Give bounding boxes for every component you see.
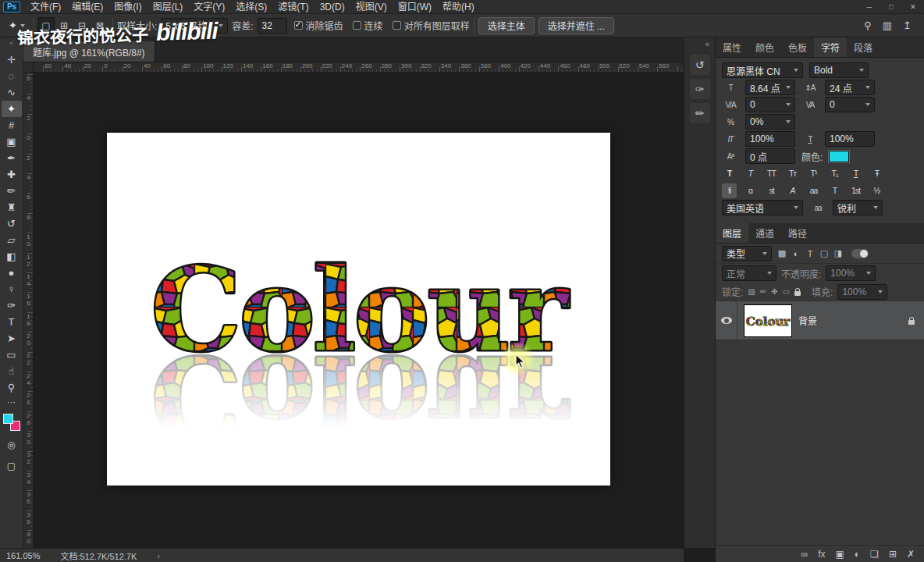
history-panel-icon[interactable]: ↺ bbox=[690, 55, 710, 75]
add-to-selection-mode-button[interactable]: ⊞ bbox=[55, 17, 73, 34]
eraser-tool[interactable]: ▱ bbox=[2, 232, 22, 248]
pen-tool[interactable]: ✑ bbox=[2, 297, 22, 314]
brush-settings-panel-icon[interactable]: ✑ bbox=[690, 79, 710, 99]
document-tab[interactable]: 题库.jpg @ 161%(RGB/8#) bbox=[23, 41, 155, 62]
menu-view[interactable]: 视图(V) bbox=[350, 0, 393, 14]
zoom-level-field[interactable]: 161.05% bbox=[6, 551, 40, 560]
menu-filter[interactable]: 滤镜(T) bbox=[272, 0, 314, 14]
sample-all-layers-checkbox[interactable]: 对所有图层取样 bbox=[393, 19, 470, 32]
blend-mode-select[interactable]: 正常 bbox=[722, 265, 777, 281]
quick-mask-button[interactable]: ◎ bbox=[2, 436, 22, 453]
tab-swatches[interactable]: 色板 bbox=[781, 37, 814, 57]
ruler-origin-corner[interactable] bbox=[23, 62, 34, 73]
contiguous-checkbox[interactable]: 连续 bbox=[353, 19, 383, 32]
proportional-spacing-select[interactable]: 0% bbox=[745, 114, 795, 130]
tab-paragraph[interactable]: 段落 bbox=[847, 37, 880, 57]
tab-character[interactable]: 字符 bbox=[814, 37, 847, 57]
font-style-select[interactable]: Bold bbox=[809, 62, 869, 78]
tracking-select[interactable]: 0 bbox=[825, 97, 875, 112]
lasso-tool[interactable]: ∿ bbox=[2, 84, 22, 101]
menu-image[interactable]: 图像(I) bbox=[108, 0, 147, 14]
dodge-tool[interactable]: ♀ bbox=[2, 281, 22, 297]
vertical-ruler[interactable]: 6420246810121416182022242628303234363840 bbox=[23, 73, 34, 548]
hand-tool[interactable]: ☝ bbox=[2, 363, 22, 379]
language-select[interactable]: 美国英语 bbox=[722, 200, 803, 215]
history-brush-tool[interactable]: ↺ bbox=[2, 215, 22, 232]
baseline-shift-input[interactable]: 0 点 bbox=[745, 148, 795, 164]
brush-panel-icon[interactable]: ✏ bbox=[690, 103, 710, 123]
layer-filter-toggle[interactable] bbox=[851, 249, 869, 258]
marquee-tool[interactable]: ◌ bbox=[2, 68, 22, 84]
layer-thumbnail[interactable]: Colour bbox=[745, 305, 791, 336]
faux-bold-button[interactable]: T bbox=[722, 166, 737, 181]
new-selection-mode-button[interactable]: ▢ bbox=[37, 17, 55, 34]
tab-properties[interactable]: 属性 bbox=[716, 37, 748, 57]
eyedropper-tool[interactable]: ✒ bbox=[2, 150, 22, 166]
lock-all-icon[interactable] bbox=[794, 291, 801, 296]
tab-paths[interactable]: 路径 bbox=[781, 223, 814, 243]
lock-artboard-icon[interactable]: ▭ bbox=[783, 287, 790, 296]
font-size-select[interactable]: 8.64 点 bbox=[745, 80, 795, 95]
edit-toolbar-button[interactable]: ⋯ bbox=[7, 397, 16, 407]
small-caps-button[interactable]: Tᴛ bbox=[785, 166, 800, 181]
frame-tool[interactable]: ▣ bbox=[2, 133, 22, 150]
tab-channels[interactable]: 通道 bbox=[748, 223, 781, 243]
clone-stamp-tool[interactable]: ♜ bbox=[2, 199, 22, 215]
tab-layers[interactable]: 图层 bbox=[716, 223, 748, 243]
screen-mode-button[interactable]: ▢ bbox=[2, 457, 22, 474]
underline-button[interactable]: T bbox=[848, 166, 863, 181]
superscript-button[interactable]: T¹ bbox=[806, 166, 821, 181]
filter-adjustment-layers-icon[interactable]: ◐ bbox=[789, 247, 803, 261]
anti-alias-checkbox[interactable]: 消除锯齿 bbox=[294, 19, 343, 32]
gradient-tool[interactable]: ◧ bbox=[2, 248, 22, 265]
layer-locked-icon[interactable] bbox=[908, 320, 915, 325]
stylistic-alternates-button[interactable]: aa bbox=[806, 183, 821, 198]
new-group-button[interactable]: ❏ bbox=[870, 549, 879, 560]
workspace-switcher-icon[interactable]: ▥ bbox=[883, 20, 892, 31]
link-layers-button[interactable]: ∞ bbox=[801, 549, 808, 560]
menu-help[interactable]: 帮助(H) bbox=[437, 0, 480, 14]
tolerance-input[interactable]: 32 bbox=[258, 18, 287, 34]
lock-transparency-icon[interactable]: ▨ bbox=[748, 287, 755, 296]
foreground-color-swatch[interactable] bbox=[3, 414, 13, 424]
menu-file[interactable]: 文件(F) bbox=[25, 0, 66, 14]
healing-brush-tool[interactable]: ✚ bbox=[2, 166, 22, 183]
layer-style-button[interactable]: fx bbox=[818, 549, 825, 560]
menu-edit[interactable]: 编辑(E) bbox=[66, 0, 108, 14]
status-options-chevron[interactable]: › bbox=[157, 551, 160, 560]
layer-row-background[interactable]: Colour 背景 bbox=[716, 301, 924, 340]
add-layer-mask-button[interactable]: ▣ bbox=[836, 549, 844, 560]
swash-button[interactable]: A bbox=[785, 183, 800, 198]
discretionary-ligatures-button[interactable]: st bbox=[764, 183, 779, 198]
strikethrough-button[interactable]: Ŧ bbox=[869, 166, 884, 181]
intersect-selection-mode-button[interactable]: ⊠ bbox=[91, 17, 108, 34]
horizontal-scale-input[interactable]: 100% bbox=[825, 131, 875, 147]
select-and-mask-button[interactable]: 选择并遮住 ... bbox=[538, 17, 614, 34]
close-button[interactable]: ✕ bbox=[902, 0, 924, 13]
font-family-select[interactable]: 思源黑体 CN bbox=[722, 62, 803, 78]
toolbar-collapse-button[interactable]: » bbox=[9, 39, 12, 48]
horizontal-ruler[interactable]: 6040200204060801001201401601802002202402… bbox=[34, 62, 684, 73]
zoom-tool[interactable]: ⚲ bbox=[2, 379, 22, 396]
type-tool[interactable]: T bbox=[2, 314, 22, 330]
tab-color[interactable]: 颜色 bbox=[748, 37, 781, 57]
new-layer-button[interactable]: ⊞ bbox=[889, 549, 897, 560]
subscript-button[interactable]: T₁ bbox=[827, 166, 842, 181]
layers-empty-area[interactable] bbox=[716, 340, 924, 545]
leading-select[interactable]: 24 点 bbox=[825, 80, 875, 95]
vertical-scale-input[interactable]: 100% bbox=[745, 131, 795, 147]
all-caps-button[interactable]: TT bbox=[764, 166, 779, 181]
standard-ligatures-button[interactable]: fi bbox=[722, 183, 737, 198]
fractions-button[interactable]: ½ bbox=[869, 183, 884, 198]
contextual-alternates-button[interactable]: ɑ bbox=[743, 183, 758, 198]
document-canvas[interactable]: Colour Colour bbox=[107, 133, 610, 486]
crop-tool[interactable]: # bbox=[2, 117, 22, 133]
titling-alternates-button[interactable]: T bbox=[827, 183, 842, 198]
expand-panels-button[interactable]: « bbox=[684, 37, 715, 51]
menu-type[interactable]: 文字(Y) bbox=[188, 0, 230, 14]
rectangle-tool[interactable]: ▭ bbox=[2, 347, 22, 363]
canvas-area[interactable]: Colour Colour bbox=[34, 73, 684, 548]
blur-tool[interactable]: ● bbox=[2, 265, 22, 281]
magic-wand-tool[interactable]: ✦ bbox=[2, 101, 22, 117]
path-selection-tool[interactable]: ➤ bbox=[2, 330, 22, 347]
